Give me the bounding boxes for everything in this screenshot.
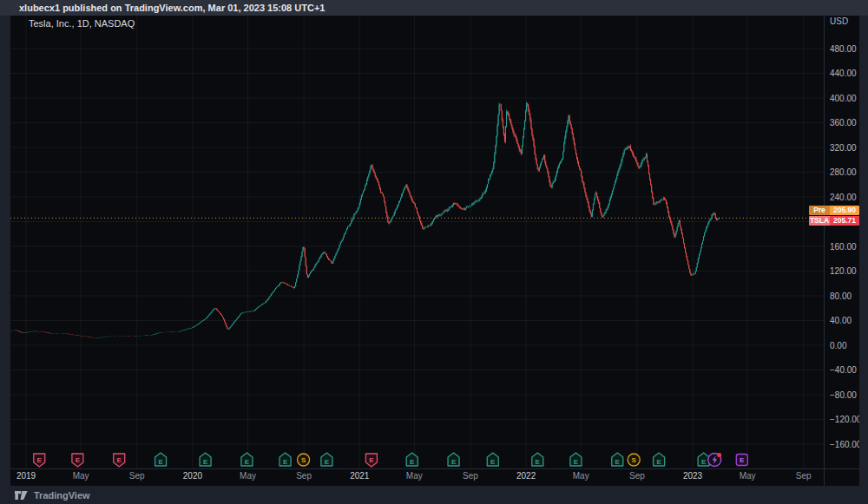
earnings-beat-icon[interactable]: E xyxy=(448,453,459,466)
svg-text:E: E xyxy=(536,458,541,466)
earnings-miss-icon[interactable]: E xyxy=(114,454,125,467)
earnings-beat-icon[interactable]: E xyxy=(279,453,291,466)
earnings-beat-icon[interactable]: E xyxy=(532,453,543,466)
svg-text:E: E xyxy=(283,458,288,466)
candlestick-chart[interactable]: USD480.00440.00400.00360.00320.00280.002… xyxy=(10,16,859,486)
price-tick-label: 0.00 xyxy=(830,341,847,350)
currency-label: USD xyxy=(830,16,848,26)
price-tick-label: 120.00 xyxy=(830,266,857,276)
symbol-title[interactable]: Tesla, Inc., 1D, NASDAQ xyxy=(29,18,135,29)
event-markers: EEEEEEESEEEEEEEESEEE xyxy=(34,453,748,467)
alert-dot xyxy=(717,453,721,457)
price-tick-label: 480.00 xyxy=(830,44,857,54)
svg-text:E: E xyxy=(615,458,621,466)
time-tick-label-may: May xyxy=(240,471,256,481)
split-icon[interactable]: S xyxy=(628,454,640,466)
event-icon[interactable] xyxy=(708,453,721,466)
svg-text:E: E xyxy=(451,458,457,466)
earnings-beat-icon[interactable]: E xyxy=(321,453,332,466)
price-tick-label: −120.00 xyxy=(830,415,859,424)
earnings-miss-icon[interactable]: E xyxy=(34,454,45,467)
price-tick-label: 280.00 xyxy=(830,167,857,177)
pre-market-price: 205.90 xyxy=(830,206,859,215)
earnings-beat-icon[interactable]: E xyxy=(612,453,623,466)
tradingview-brand-text[interactable]: TradingView xyxy=(34,490,90,501)
time-tick-label-may: May xyxy=(73,471,89,481)
svg-text:E: E xyxy=(369,456,374,464)
gridlines xyxy=(10,16,824,468)
earnings-beat-icon[interactable]: E xyxy=(200,453,211,466)
time-tick-label-sep: Sep xyxy=(629,471,645,481)
candlestick-series xyxy=(10,101,720,338)
svg-text:E: E xyxy=(158,458,163,466)
time-tick-label-sep: Sep xyxy=(796,471,812,481)
last-price: 205.71 xyxy=(830,216,859,226)
price-tick-label: 360.00 xyxy=(830,118,857,128)
price-tick-label: 240.00 xyxy=(830,193,857,202)
chart-pane[interactable]: USD480.00440.00400.00360.00320.00280.002… xyxy=(10,16,859,486)
svg-text:E: E xyxy=(117,456,122,464)
earnings-future-icon[interactable]: E xyxy=(736,455,747,466)
earnings-beat-icon[interactable]: E xyxy=(155,453,167,466)
price-tick-label: 320.00 xyxy=(830,143,857,153)
earnings-beat-icon[interactable]: E xyxy=(654,453,665,466)
svg-text:E: E xyxy=(203,458,208,466)
svg-text:E: E xyxy=(490,458,496,466)
price-tick-label: 160.00 xyxy=(830,242,857,252)
time-tick-label-may: May xyxy=(406,471,423,481)
svg-text:E: E xyxy=(656,458,661,466)
svg-text:E: E xyxy=(325,458,330,466)
svg-text:E: E xyxy=(76,456,81,464)
time-tick-label-2019: 2019 xyxy=(16,471,36,481)
price-tick-label: 440.00 xyxy=(830,69,857,78)
pre-market-label: Pre xyxy=(809,206,830,215)
time-tick-label-2021: 2021 xyxy=(350,471,370,481)
svg-text:E: E xyxy=(574,458,579,466)
pre-market-price-badge: Pre 205.90 xyxy=(809,206,859,215)
publish-text: xlubecx1 published on TradingView.com, M… xyxy=(19,3,325,13)
svg-text:E: E xyxy=(740,456,745,464)
price-tick-label: −160.00 xyxy=(830,440,859,449)
time-tick-label-may: May xyxy=(740,471,756,481)
svg-text:E: E xyxy=(701,458,707,466)
publish-bar: xlubecx1 published on TradingView.com, M… xyxy=(0,0,868,16)
price-tick-label: −40.00 xyxy=(830,365,857,375)
last-price-badge: TSLA 205.71 xyxy=(809,216,859,226)
time-tick-label-sep: Sep xyxy=(129,471,145,481)
time-tick-label-2023: 2023 xyxy=(683,471,703,481)
price-tick-label: 400.00 xyxy=(830,94,857,103)
price-tick-label: 80.00 xyxy=(830,291,852,301)
time-tick-label-may: May xyxy=(573,471,589,481)
svg-text:S: S xyxy=(632,456,637,464)
price-tick-label: −80.00 xyxy=(830,390,857,400)
svg-text:E: E xyxy=(37,456,43,464)
footer-bar: TradingView xyxy=(0,486,868,504)
earnings-beat-icon[interactable]: E xyxy=(406,453,418,466)
earnings-beat-icon[interactable]: E xyxy=(570,453,582,466)
time-tick-label-sep: Sep xyxy=(296,471,312,481)
earnings-miss-icon[interactable]: E xyxy=(72,454,83,467)
ticker-symbol: TSLA xyxy=(809,216,830,226)
svg-text:S: S xyxy=(301,456,306,464)
earnings-beat-icon[interactable]: E xyxy=(241,453,253,466)
price-axis[interactable]: USD480.00440.00400.00360.00320.00280.002… xyxy=(830,16,859,449)
time-tick-label-2022: 2022 xyxy=(516,471,536,481)
price-tick-label: 40.00 xyxy=(830,316,852,325)
time-axis[interactable]: 2019MaySep2020MaySep2021MaySep2022MaySep… xyxy=(16,471,812,481)
time-tick-label-sep: Sep xyxy=(463,471,478,481)
svg-text:E: E xyxy=(410,458,415,466)
tradingview-logo-icon[interactable] xyxy=(14,490,29,501)
earnings-miss-icon[interactable]: E xyxy=(365,454,377,467)
time-tick-label-2020: 2020 xyxy=(183,471,203,481)
earnings-beat-icon[interactable]: E xyxy=(487,453,498,466)
svg-text:E: E xyxy=(245,458,250,466)
split-icon[interactable]: S xyxy=(298,454,310,466)
